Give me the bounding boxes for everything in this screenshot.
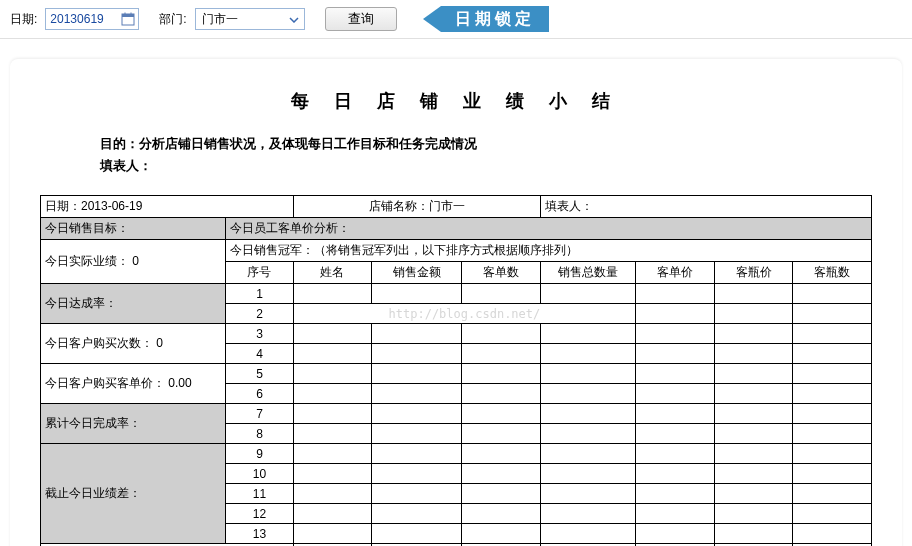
row-champion: 今日销售冠军：（将销售冠军列出，以下排序方式根据顺序排列） <box>226 240 872 262</box>
chevron-down-icon <box>286 12 302 26</box>
row-today-target: 今日销售目标： <box>41 218 226 240</box>
row-today-actual: 今日实际业绩： 0 <box>41 240 226 284</box>
date-input[interactable] <box>50 12 118 26</box>
calendar-icon[interactable] <box>120 11 136 27</box>
dept-label: 部门: <box>159 11 186 28</box>
report-page: 每 日 店 铺 业 绩 小 结 目的：分析店铺日销售状况，及体现每日工作目标和任… <box>10 59 902 546</box>
info-row: 日期：2013-06-19 店铺名称：门市一 填表人： <box>41 196 872 218</box>
toolbar: 日期: 部门: 门市一 查询 日期锁定 <box>0 0 912 39</box>
report-table: 日期：2013-06-19 店铺名称：门市一 填表人： 今日销售目标： 今日员工… <box>40 195 872 546</box>
svg-rect-1 <box>122 14 134 17</box>
row-rate: 今日达成率： <box>41 284 226 324</box>
row-analysis: 今日员工客单价分析： <box>226 218 872 240</box>
row-cumulative: 累计今日完成率： <box>41 404 226 444</box>
filler-label: 填表人： <box>100 157 872 175</box>
purpose-text: 目的：分析店铺日销售状况，及体现每日工作目标和任务完成情况 <box>100 135 872 153</box>
row-diff: 截止今日业绩差： <box>41 444 226 544</box>
row-cust-count: 今日客户购买次数： 0 <box>41 324 226 364</box>
dept-value: 门市一 <box>202 11 286 28</box>
row-unit-price: 今日客户购买客单价： 0.00 <box>41 364 226 404</box>
search-button[interactable]: 查询 <box>325 7 397 31</box>
arrow-left-icon <box>423 6 441 32</box>
date-label: 日期: <box>10 11 37 28</box>
date-lock-badge: 日期锁定 <box>423 6 549 32</box>
watermark: http://blog.csdn.net/ <box>293 304 635 324</box>
page-title: 每 日 店 铺 业 绩 小 结 <box>40 89 872 113</box>
date-input-wrap <box>45 8 139 30</box>
dept-dropdown[interactable]: 门市一 <box>195 8 305 30</box>
